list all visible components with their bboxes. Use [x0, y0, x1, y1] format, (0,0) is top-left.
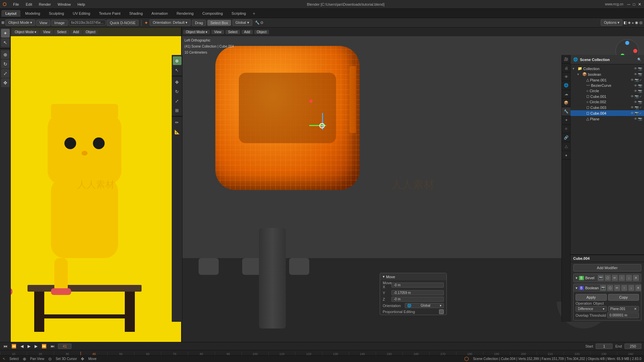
vis-eye-bool[interactable]: 👁: [634, 72, 637, 76]
tree-collection[interactable]: ▾ 📁 Collection 👁 📷: [571, 66, 644, 71]
image-btn[interactable]: Image: [51, 20, 68, 26]
vp-select-tool[interactable]: ↖: [173, 66, 181, 74]
bevel-down-icon[interactable]: ↓: [626, 275, 632, 281]
menu-help[interactable]: Help: [76, 2, 87, 7]
current-frame-input[interactable]: 41: [58, 344, 71, 349]
menu-render[interactable]: Render: [38, 2, 52, 7]
tree-cube001[interactable]: ◻ Cube.001 👁 📷 ✓: [571, 94, 644, 99]
vis-eye-pln[interactable]: 👁: [634, 117, 637, 121]
object-mode-btn[interactable]: Object Mode ▾: [5, 19, 35, 26]
vp-transform-tool[interactable]: ⊞: [173, 106, 181, 115]
tree-boolean[interactable]: ▾ 📦 boolean 👁 📷: [571, 71, 644, 77]
prop-world-tab[interactable]: ☁: [562, 90, 571, 99]
bool-delete-icon[interactable]: ✕: [635, 285, 641, 291]
prop-material-tab[interactable]: ●: [562, 151, 571, 160]
copy-btn[interactable]: Copy: [608, 294, 639, 301]
prop-editing-checkbox[interactable]: [439, 309, 444, 314]
vis-eye-bez[interactable]: 👁: [634, 84, 637, 87]
tl-prev-frame[interactable]: ⏪: [11, 343, 17, 349]
vp-annotate-tool[interactable]: ✏: [173, 118, 181, 127]
tab-modeling[interactable]: Modeling: [21, 10, 44, 17]
lv-select[interactable]: Select: [54, 30, 69, 34]
prop-scene-tab[interactable]: 🌐: [562, 81, 571, 90]
material-shading[interactable]: ◉: [635, 20, 638, 25]
vp-cursor-tool[interactable]: ⊕: [173, 56, 181, 65]
vis-cam[interactable]: 📷: [638, 67, 642, 70]
prop-render-tab[interactable]: 🎥: [562, 55, 571, 64]
lv-view[interactable]: View: [40, 30, 53, 34]
drag-btn[interactable]: Drag: [192, 20, 206, 26]
bool-down-icon[interactable]: ↓: [628, 285, 634, 291]
xray-icon[interactable]: ◈: [628, 20, 631, 25]
move-y-input[interactable]: -0.17059 m: [391, 290, 444, 295]
start-value[interactable]: 1: [596, 344, 612, 349]
tree-cube003[interactable]: ◻ Cube.003 👁 📷 ✓: [571, 105, 644, 110]
left-viewport[interactable]: 人人素材 Object Mode ▾ View Select Add Objec…: [11, 27, 182, 342]
tree-circle[interactable]: ○ Circle 👁 📷: [571, 88, 644, 94]
pan-icon[interactable]: ⊕: [23, 357, 26, 361]
vis-eye[interactable]: 👁: [634, 67, 637, 70]
rendered-shading[interactable]: ◎: [639, 20, 643, 25]
vis-check-plane[interactable]: ✓: [639, 78, 642, 82]
maximize-btn[interactable]: □: [633, 2, 635, 7]
end-value[interactable]: 250: [625, 344, 641, 349]
file-path[interactable]: 6e2610bc3b33745e...: [69, 20, 106, 25]
vis-eye-c3[interactable]: 👁: [631, 106, 634, 109]
cursor-tool[interactable]: ✦: [1, 29, 10, 38]
solid-shading[interactable]: ●: [632, 21, 634, 25]
add-modifier-btn[interactable]: Add Modifier: [573, 264, 641, 272]
mv-view[interactable]: View: [211, 30, 224, 34]
transform-tool[interactable]: ✥: [1, 78, 10, 87]
filter-icon[interactable]: 🔍: [637, 58, 641, 61]
tab-sculpting[interactable]: Sculpting: [45, 10, 68, 17]
vis-cam-c2[interactable]: 📷: [638, 100, 642, 104]
vis-cam-c1[interactable]: 📷: [635, 95, 639, 98]
tab-animation[interactable]: Animation: [148, 10, 172, 17]
tab-scripting[interactable]: Scripting: [227, 10, 250, 17]
object-dropdown[interactable]: Plane.001 ✕: [608, 306, 639, 312]
select-icon[interactable]: ↖: [3, 357, 5, 361]
cursor-3d-icon[interactable]: ⊙: [48, 357, 52, 361]
vis-eye-c1[interactable]: 👁: [631, 95, 634, 98]
vis-eye-c2[interactable]: 👁: [634, 100, 637, 104]
lv-add[interactable]: Add: [70, 30, 82, 34]
global-btn[interactable]: Global ▾: [232, 19, 252, 26]
overlay-icon[interactable]: ◧: [624, 20, 627, 25]
orient-value[interactable]: 🌐 Global ▾: [405, 303, 444, 308]
bool-render-icon[interactable]: ⬡: [607, 285, 613, 291]
tab-shading[interactable]: Shading: [125, 10, 147, 17]
lv-object[interactable]: Object: [83, 30, 98, 34]
lv-object-mode[interactable]: Object Mode ▾: [12, 30, 39, 34]
tl-jump-start[interactable]: ⏮: [3, 343, 8, 349]
noise-btn[interactable]: Quick D-NOISE: [107, 20, 139, 26]
bevel-delete-icon[interactable]: ✕: [633, 275, 639, 281]
vis-cam-circ[interactable]: 📷: [638, 89, 642, 93]
tab-uv-editing[interactable]: UV Editing: [69, 10, 94, 17]
mv-object-mode[interactable]: Object Mode ▾: [183, 30, 210, 34]
bevel-modifier-header[interactable]: ▾ B Bevel 📷 ⬡ ✏ ↑ ↓ ✕: [574, 274, 641, 282]
orientation-btn[interactable]: Orientation: Default ▾: [150, 19, 191, 26]
menu-edit[interactable]: Edit: [24, 2, 34, 7]
tl-play[interactable]: ▶: [27, 343, 31, 349]
tree-plane001[interactable]: △ Plane.001 👁 📷 ✓: [571, 77, 644, 83]
tl-jump-end[interactable]: ⏭: [50, 343, 55, 349]
vis-cam-pln[interactable]: 📷: [638, 117, 642, 121]
prop-view-tab[interactable]: 👁: [562, 72, 571, 81]
bevel-edit-icon[interactable]: ✏: [612, 275, 618, 281]
vis-cam-bool[interactable]: 📷: [638, 72, 642, 76]
apply-btn[interactable]: Apply: [576, 294, 607, 301]
select-tool[interactable]: ↖: [1, 38, 10, 47]
vis-chk-c4[interactable]: ✓: [639, 111, 642, 115]
prop-data-tab[interactable]: △: [562, 142, 571, 151]
bevel-render-icon[interactable]: ⬡: [605, 275, 611, 281]
vp-rotate-tool[interactable]: ↻: [173, 87, 181, 96]
move-status-icon[interactable]: ✥: [81, 357, 84, 361]
vis-cam-c3[interactable]: 📷: [635, 106, 639, 109]
boolean-modifier-header[interactable]: ▾ B Boolean 📷 ⬡ ✏ ↑ ↓ ✕: [574, 284, 641, 292]
mv-select[interactable]: Select: [225, 30, 240, 34]
tab-layout[interactable]: Layout: [1, 10, 20, 17]
mv-add[interactable]: Add: [241, 30, 253, 34]
obj-close-icon[interactable]: ✕: [634, 307, 637, 311]
tree-circle002[interactable]: ○ Circle.002 👁 📷: [571, 99, 644, 105]
vp-measure-tool[interactable]: 📐: [173, 127, 181, 136]
